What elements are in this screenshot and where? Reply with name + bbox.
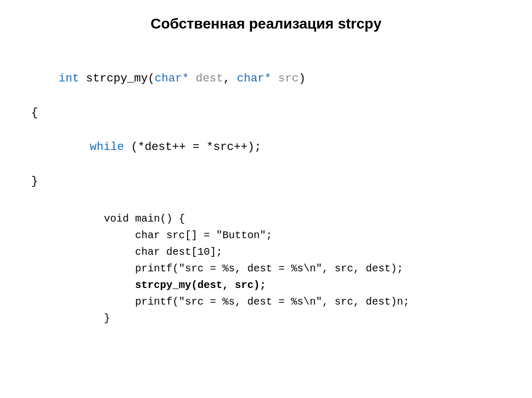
code-line-2: { [31,104,501,121]
code-block-1: int strcpy_my(char* dest, char* src) { w… [31,53,501,190]
code-block-2: void main() { char src[] = "Button"; cha… [31,211,501,327]
code-line-4: } [31,173,501,190]
code-line-1: int strcpy_my(char* dest, char* src) [31,53,501,104]
code-line-3: while (*dest++ = *src++); [31,121,501,173]
code-line-printf2: printf("src = %s, dest = %s\n", src, des… [104,294,501,310]
keyword-char1: char* [155,72,189,85]
comma: , [223,72,230,85]
param-dest: dest [189,72,223,85]
while-body: (*dest++ = *src++); [124,141,261,154]
code-line-main: void main() { [104,211,501,227]
page-title: Собственная реализация strcpy [151,16,381,32]
keyword-int: int [59,72,79,85]
func-name: strcpy_my( [79,72,154,85]
code-line-strcpy: strcpy_my(dest, src); [104,277,501,294]
code-line-close-brace: } [104,310,501,327]
keyword-while: while [90,141,124,154]
param-src: src [271,72,299,85]
code-line-printf1: printf("src = %s, dest = %s\n", src, des… [104,260,501,277]
keyword-char2: char* [230,72,271,85]
code-line-src-decl: char src[] = "Button"; [104,227,501,244]
paren-close: ) [299,72,305,85]
code-line-dest-decl: char dest[10]; [104,244,501,260]
